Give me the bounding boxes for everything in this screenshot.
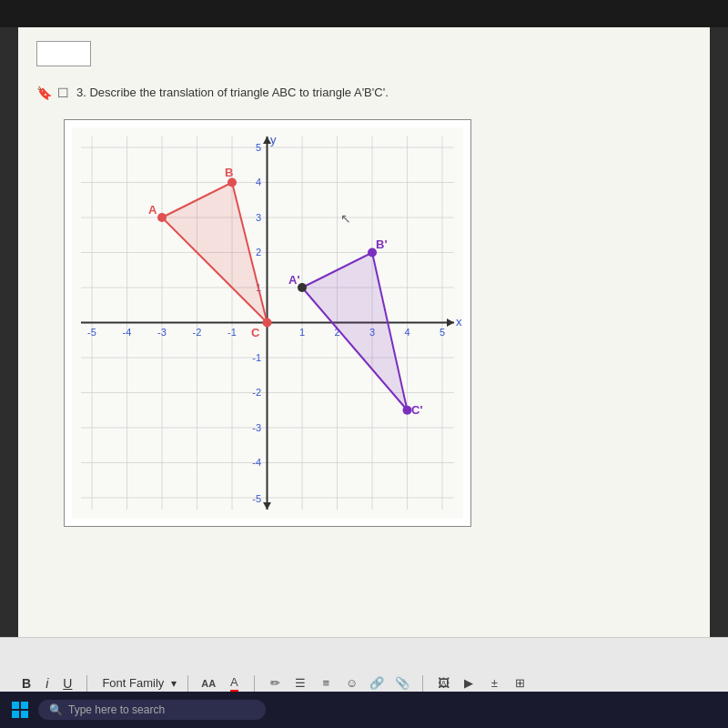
font-size-button[interactable]: AA	[199, 674, 217, 693]
svg-text:-1: -1	[228, 327, 237, 338]
question-icons: 🔖 ☐	[36, 86, 69, 100]
checkbox-icon[interactable]: ☐	[57, 86, 69, 100]
dropdown-arrow: ▾	[171, 677, 177, 690]
question-number: 3.	[76, 86, 86, 99]
graph-container: x y -5 -4 -3 -2 -1 1 2 3 4	[64, 119, 471, 531]
svg-text:A': A'	[288, 273, 299, 287]
svg-text:-3: -3	[157, 327, 167, 338]
search-placeholder: Type here to search	[68, 703, 165, 716]
font-family-label: Font Family	[102, 676, 164, 690]
indent-icon[interactable]: ≡	[317, 674, 335, 693]
start-button[interactable]	[9, 699, 31, 721]
emoji-icon[interactable]: ☺	[342, 674, 360, 693]
toolbar: B i U Font Family ▾ AA A ✏	[0, 637, 728, 728]
svg-text:4: 4	[404, 327, 410, 338]
top-bar	[0, 0, 728, 27]
point-a	[157, 213, 167, 222]
svg-text:↖: ↖	[340, 211, 351, 226]
italic-button[interactable]: i	[42, 674, 52, 693]
attachment-icon[interactable]: 📎	[393, 674, 411, 693]
svg-text:-5: -5	[87, 327, 96, 338]
taskbar: 🔍 Type here to search	[0, 692, 728, 728]
coordinate-graph: x y -5 -4 -3 -2 -1 1 2 3 4	[72, 127, 463, 519]
svg-text:-4: -4	[252, 457, 261, 468]
svg-text:-1: -1	[252, 352, 261, 363]
point-c-prime	[403, 406, 412, 415]
svg-text:-3: -3	[252, 422, 261, 433]
graph-wrapper: x y -5 -4 -3 -2 -1 1 2 3 4	[64, 119, 471, 527]
font-color-button[interactable]: A	[225, 674, 243, 693]
draw-icon[interactable]: ✏	[266, 674, 284, 693]
svg-text:2: 2	[256, 247, 261, 258]
svg-text:C': C'	[411, 403, 422, 417]
svg-text:B: B	[225, 166, 233, 179]
svg-text:B': B'	[376, 238, 387, 251]
svg-text:y: y	[270, 133, 277, 147]
svg-text:C: C	[251, 326, 260, 339]
svg-text:-4: -4	[123, 327, 132, 338]
svg-text:x: x	[456, 315, 462, 329]
question-text: 3. Describe the translation of triangle …	[76, 85, 389, 101]
taskbar-search[interactable]: 🔍 Type here to search	[38, 700, 266, 720]
link-icon[interactable]: 🔗	[368, 674, 386, 693]
svg-text:5: 5	[440, 327, 445, 338]
svg-text:-5: -5	[252, 493, 261, 504]
underline-button[interactable]: U	[59, 674, 76, 693]
video-icon[interactable]: ▶	[460, 674, 478, 693]
math-icon[interactable]: ±	[485, 674, 503, 693]
separator-2	[187, 675, 188, 692]
svg-text:-2: -2	[193, 327, 202, 338]
list-icon[interactable]: ☰	[291, 674, 309, 693]
question-body: Describe the translation of triangle ABC…	[89, 86, 388, 99]
point-b	[228, 178, 237, 187]
separator-3	[254, 675, 255, 692]
svg-rect-57	[12, 702, 19, 709]
table-icon[interactable]: ⊞	[511, 674, 529, 693]
svg-text:5: 5	[256, 142, 261, 153]
svg-text:1: 1	[299, 327, 305, 338]
svg-rect-59	[12, 711, 19, 718]
svg-text:3: 3	[256, 212, 261, 223]
svg-text:4: 4	[256, 177, 261, 187]
question-line: 🔖 ☐ 3. Describe the translation of trian…	[36, 85, 692, 101]
search-icon: 🔍	[49, 703, 63, 716]
screen: 🔖 ☐ 3. Describe the translation of trian…	[0, 0, 728, 728]
svg-rect-60	[21, 711, 28, 718]
separator-1	[86, 675, 87, 692]
point-c	[263, 318, 272, 328]
svg-text:A: A	[148, 203, 157, 217]
separator-4	[422, 675, 423, 692]
bold-button[interactable]: B	[18, 674, 35, 693]
top-rectangle	[36, 41, 91, 66]
content-area: 🔖 ☐ 3. Describe the translation of trian…	[18, 27, 710, 637]
image-icon[interactable]: 🖼	[434, 674, 452, 693]
bookmark-icon[interactable]: 🔖	[36, 86, 52, 100]
font-family-dropdown[interactable]: ▾	[171, 677, 177, 690]
svg-text:-2: -2	[252, 387, 261, 398]
svg-rect-58	[21, 702, 28, 709]
